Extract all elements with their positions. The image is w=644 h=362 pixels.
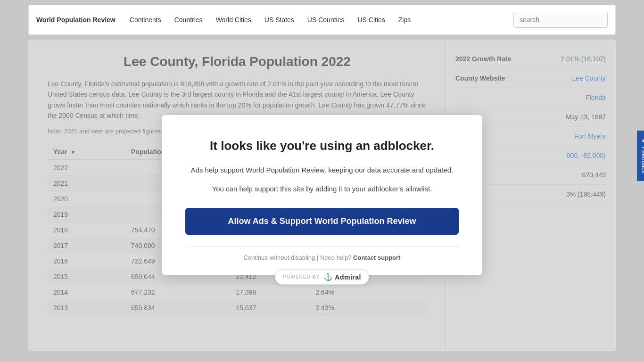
- feedback-star-icon: ★: [641, 138, 644, 144]
- main-content: Lee County, Florida Population 2022 Lee …: [28, 40, 616, 351]
- nav-link-countries[interactable]: Countries: [168, 12, 209, 27]
- modal-body2: You can help support this site by adding…: [185, 183, 459, 195]
- continue-without-link[interactable]: Continue without disabling: [244, 254, 315, 261]
- admiral-badge: POWERED BY ⚓ Admiral: [275, 269, 369, 285]
- footer-help: Need help?: [320, 254, 352, 261]
- modal-body1: Ads help support World Population Review…: [185, 165, 459, 176]
- nav-link-zips[interactable]: Zips: [392, 12, 417, 27]
- contact-support-link[interactable]: Contact support: [353, 254, 400, 261]
- modal-footer: Continue without disabling | Need help? …: [185, 246, 459, 261]
- feedback-tab[interactable]: ★ Feedback: [637, 131, 644, 181]
- modal-title: It looks like you're using an adblocker.: [185, 139, 459, 153]
- nav-brand[interactable]: World Population Review: [36, 16, 116, 24]
- nav-link-us-states[interactable]: US States: [258, 12, 301, 27]
- search-input[interactable]: [513, 12, 608, 28]
- navigation: World Population Review Continents Count…: [28, 5, 616, 35]
- nav-link-us-counties[interactable]: US Counties: [301, 12, 351, 27]
- feedback-label: Feedback: [641, 147, 644, 173]
- adblocker-modal: It looks like you're using an adblocker.…: [162, 115, 482, 275]
- powered-by-text: POWERED BY: [283, 274, 320, 280]
- nav-links: Continents Countries World Cities US Sta…: [123, 12, 513, 27]
- nav-link-continents[interactable]: Continents: [123, 12, 168, 27]
- search-container: [513, 12, 608, 28]
- admiral-flag-icon: ⚓: [323, 272, 333, 281]
- nav-link-us-cities[interactable]: US Cities: [351, 12, 391, 27]
- admiral-logo-text: Admiral: [335, 273, 361, 281]
- allow-ads-button[interactable]: Allow Ads & Support World Population Rev…: [185, 208, 459, 235]
- admiral-logo: ⚓ Admiral: [323, 272, 361, 281]
- modal-overlay: It looks like you're using an adblocker.…: [29, 40, 615, 350]
- footer-separator: |: [317, 254, 320, 261]
- nav-link-world-cities[interactable]: World Cities: [209, 12, 258, 27]
